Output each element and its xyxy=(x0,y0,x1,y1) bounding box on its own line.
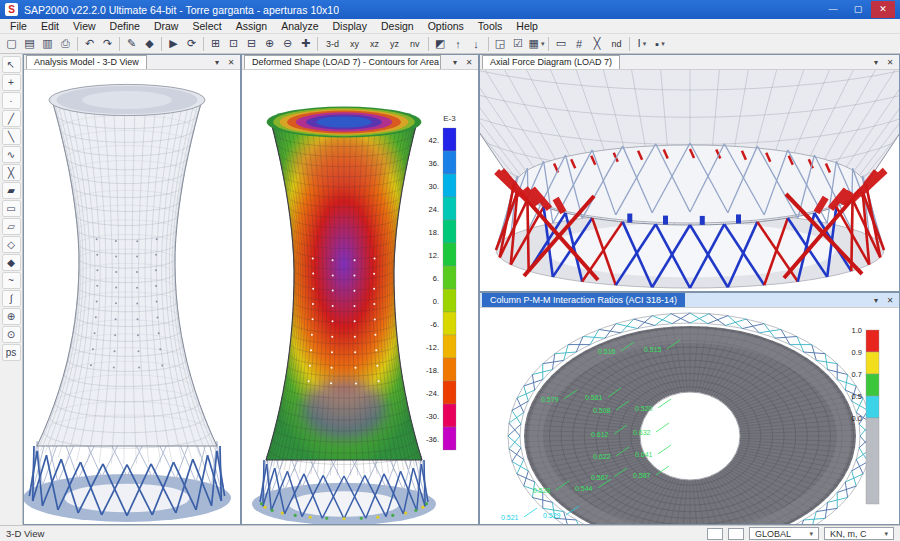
view-yz-button[interactable]: yz xyxy=(385,36,404,52)
minimize-button[interactable]: — xyxy=(821,1,845,18)
draw-mode-icon[interactable]: ✎ xyxy=(123,36,140,52)
draw-curved-frame-icon[interactable]: ∿ xyxy=(2,146,21,163)
more-display-dropdown[interactable]: ▪▾ xyxy=(651,36,668,52)
zoom-out-icon[interactable]: ⊖ xyxy=(279,36,296,52)
menu-item-assign[interactable]: Assign xyxy=(229,20,275,32)
close-button[interactable]: ✕ xyxy=(871,1,895,18)
draw-rect-area-icon[interactable]: ▭ xyxy=(2,200,21,217)
menu-item-analyze[interactable]: Analyze xyxy=(274,20,325,32)
menu-item-view[interactable]: View xyxy=(66,20,103,32)
draw-tendon-icon[interactable]: ∫ xyxy=(2,290,21,307)
move-up-gridline-icon[interactable]: ↑ xyxy=(450,36,467,52)
panel-deformed-header: Deformed Shape (LOAD 7) - Contours for A… xyxy=(242,55,478,70)
pan-icon[interactable]: ✚ xyxy=(297,36,314,52)
status-view-label: 3-D View xyxy=(6,528,44,539)
perspective-toggle-icon[interactable]: ◩ xyxy=(432,36,449,52)
menu-item-file[interactable]: File xyxy=(3,20,34,32)
menu-item-options[interactable]: Options xyxy=(421,20,471,32)
panel-menu-icon[interactable]: ▾ xyxy=(869,296,883,305)
menu-item-edit[interactable]: Edit xyxy=(34,20,66,32)
select-pointer-icon[interactable]: ↖ xyxy=(2,56,21,73)
menu-item-select[interactable]: Select xyxy=(185,20,228,32)
analysis-model-canvas[interactable] xyxy=(24,70,240,524)
units-dropdown[interactable]: KN, m, C ▾ xyxy=(824,527,894,540)
panel-close-icon[interactable]: ✕ xyxy=(883,58,897,67)
draw-link-icon[interactable]: ~ xyxy=(2,272,21,289)
shrink-objects-icon[interactable]: ◲ xyxy=(492,36,509,52)
draw-quick-area-icon[interactable]: ▱ xyxy=(2,218,21,235)
zoom-in-icon[interactable]: ⊕ xyxy=(261,36,278,52)
toolbar-separator xyxy=(77,37,78,51)
analysis-tower xyxy=(24,84,231,522)
axial-force-canvas[interactable] xyxy=(480,70,899,291)
draw-joint-icon[interactable]: ∙ xyxy=(2,92,21,109)
svg-text:0.: 0. xyxy=(433,297,439,306)
menu-item-help[interactable]: Help xyxy=(509,20,545,32)
svg-text:-12.: -12. xyxy=(426,343,439,352)
panel-close-icon[interactable]: ✕ xyxy=(462,58,476,67)
menu-item-display[interactable]: Display xyxy=(326,20,374,32)
svg-text:0.641: 0.641 xyxy=(635,451,653,458)
window-controls: — ▢ ✕ xyxy=(821,1,895,18)
print-icon[interactable]: ⎙ xyxy=(57,36,74,52)
reshape-object-icon[interactable]: + xyxy=(2,74,21,91)
panel-deformed-shape: Deformed Shape (LOAD 7) - Contours for A… xyxy=(241,54,479,525)
view-xy-button[interactable]: xy xyxy=(345,36,364,52)
view-panels: Analysis Model - 3-D View ▾ ✕ Deformed S… xyxy=(23,54,900,525)
snap-grid-icon[interactable]: # xyxy=(570,36,587,52)
svg-text:0.529: 0.529 xyxy=(543,512,561,519)
open-model-icon[interactable]: ▤ xyxy=(21,36,38,52)
deformed-shape-canvas[interactable]: E-342.36.30.24.18.12.6.0.-6.-12.-18.-24.… xyxy=(242,70,478,524)
select-rect-icon[interactable]: ▭ xyxy=(552,36,569,52)
save-model-icon[interactable]: ▥ xyxy=(39,36,56,52)
panel-menu-icon[interactable]: ▾ xyxy=(448,58,462,67)
snap-joints-icon[interactable]: ⊕ xyxy=(2,308,21,325)
section-display-dropdown[interactable]: Ⅰ▾ xyxy=(633,36,650,52)
menubar: FileEditViewDefineDrawSelectAssignAnalyz… xyxy=(0,19,900,34)
view-3d-button[interactable]: 3-d xyxy=(321,36,344,52)
panel-deformed-title: Deformed Shape (LOAD 7) - Contours for A… xyxy=(244,55,441,69)
run-analysis-icon[interactable]: ▶ xyxy=(165,36,182,52)
panel-menu-icon[interactable]: ▾ xyxy=(869,58,883,67)
snap-midpoints-icon[interactable]: ⊙ xyxy=(2,326,21,343)
refresh-view-icon[interactable]: ⟳ xyxy=(183,36,200,52)
pmm-ratios-canvas[interactable]: 0.5160.5150.5790.5610.5080.5200.6120.632… xyxy=(480,308,899,524)
draw-solid-icon[interactable]: ◆ xyxy=(2,254,21,271)
nd-button[interactable]: nd xyxy=(606,36,626,52)
draw-area-icon[interactable]: ▰ xyxy=(2,182,21,199)
status-aux-button-2[interactable] xyxy=(728,528,744,540)
status-aux-button[interactable] xyxy=(707,528,723,540)
svg-text:0.515: 0.515 xyxy=(644,346,662,353)
menu-item-define[interactable]: Define xyxy=(103,20,147,32)
menu-item-tools[interactable]: Tools xyxy=(471,20,510,32)
section-designer-button[interactable]: ps xyxy=(2,344,21,361)
brace-select-icon[interactable]: ╳ xyxy=(588,36,605,52)
move-down-gridline-icon[interactable]: ↓ xyxy=(468,36,485,52)
panel-menu-icon[interactable]: ▾ xyxy=(210,58,224,67)
menu-item-draw[interactable]: Draw xyxy=(147,20,186,32)
display-options-icon[interactable]: ☑ xyxy=(510,36,527,52)
chevron-down-icon: ▾ xyxy=(884,530,888,538)
restore-full-view-icon[interactable]: ⊡ xyxy=(225,36,242,52)
view-xz-button[interactable]: xz xyxy=(365,36,384,52)
lock-model-icon[interactable]: ◆ xyxy=(141,36,158,52)
rubber-band-zoom-icon[interactable]: ⊞ xyxy=(207,36,224,52)
previous-zoom-icon[interactable]: ⊟ xyxy=(243,36,260,52)
view-nv-button[interactable]: nv xyxy=(405,36,425,52)
csys-dropdown[interactable]: GLOBAL ▾ xyxy=(749,527,819,540)
draw-frame-icon[interactable]: ╱ xyxy=(2,110,21,127)
draw-braces-icon[interactable]: ╳ xyxy=(2,164,21,181)
window-title: SAP2000 v22.2.0 Ultimate 64-bit - Torre … xyxy=(24,4,339,16)
object-models-dropdown[interactable]: ▦▾ xyxy=(528,36,546,52)
panel-close-icon[interactable]: ✕ xyxy=(224,58,238,67)
draw-poly-area-icon[interactable]: ◇ xyxy=(2,236,21,253)
panel-close-icon[interactable]: ✕ xyxy=(883,296,897,305)
menu-item-design[interactable]: Design xyxy=(374,20,421,32)
new-model-icon[interactable]: ▢ xyxy=(3,36,20,52)
draw-quick-frame-icon[interactable]: ╲ xyxy=(2,128,21,145)
maximize-button[interactable]: ▢ xyxy=(846,1,870,18)
redo-icon[interactable]: ↷ xyxy=(99,36,116,52)
undo-icon[interactable]: ↶ xyxy=(81,36,98,52)
panel-analysis-title: Analysis Model - 3-D View xyxy=(26,55,147,69)
svg-text:0.579: 0.579 xyxy=(541,396,559,403)
